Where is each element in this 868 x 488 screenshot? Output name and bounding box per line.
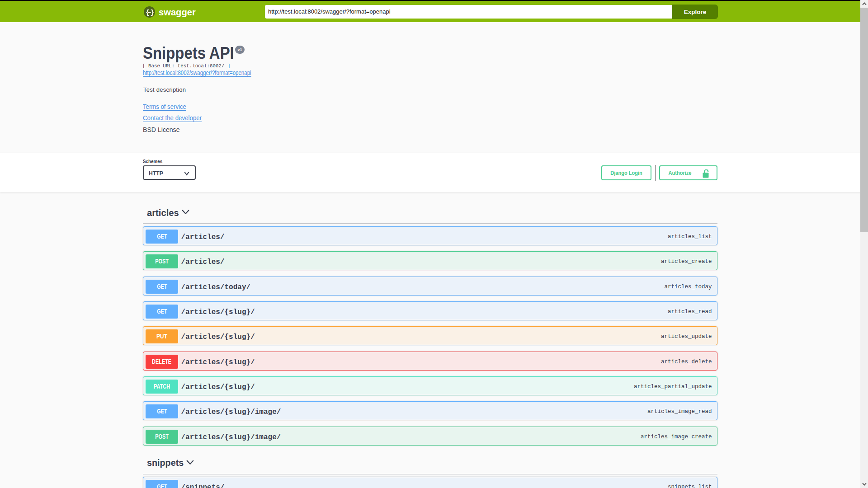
svg-text:{: { <box>146 9 149 16</box>
svg-text:}: } <box>151 9 154 16</box>
